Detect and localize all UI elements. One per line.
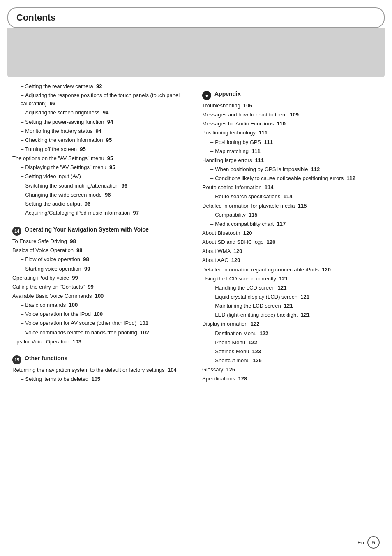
toc-entry: –Basic commands 100: [12, 301, 190, 309]
toc-entry-text: Using the LCD screen correctly: [202, 276, 276, 282]
toc-page-num: 114: [283, 193, 292, 199]
toc-entry: –Displaying the "AV Settings" menu 95: [12, 163, 190, 171]
toc-entry-text: Troubleshooting: [202, 102, 240, 109]
toc-entry-text: Returning the navigation system to the d…: [12, 367, 165, 373]
toc-entry-text: Detailed information for playable media: [202, 203, 295, 209]
toc-entry-text: Voice operation for the iPod: [25, 311, 91, 317]
toc-entry-text: Basics of Voice Operation: [12, 247, 74, 253]
toc-page-num: 121: [301, 312, 310, 318]
toc-entry: Messages for Audio Functions 110: [202, 120, 380, 128]
toc-entry: The options on the "AV Settings" menu 95: [12, 154, 190, 162]
toc-page-num: 104: [168, 367, 177, 373]
toc-page-num: 111: [251, 148, 261, 154]
dash-icon: –: [210, 303, 213, 309]
toc-entry: –Map matching 111: [202, 147, 380, 155]
dash-icon: –: [210, 166, 213, 172]
toc-page-num: 99: [84, 266, 90, 272]
toc-entry-text: Flow of voice operation: [25, 256, 80, 262]
toc-page-num: 121: [278, 285, 287, 291]
toc-entry: About SD and SDHC logo 120: [202, 238, 380, 246]
toc-entry: Handling large errors 111: [202, 156, 380, 164]
toc-page-num: 112: [311, 166, 320, 172]
toc-page-num: 111: [264, 139, 273, 145]
toc-page-num: 100: [69, 302, 78, 308]
toc-entry-text: Displaying the "AV Settings" menu: [25, 164, 106, 170]
toc-page-num: 101: [139, 320, 148, 326]
header-bar: Contents: [7, 7, 385, 28]
dash-icon: –: [210, 212, 213, 218]
toc-entry-text: Basic commands: [25, 302, 66, 308]
main-content: –Setting the rear view camera 92–Adjusti…: [12, 81, 380, 384]
toc-page-num: 94: [107, 119, 113, 125]
toc-entry-text: Voice operation for AV source (other tha…: [25, 320, 136, 326]
toc-entry: –Shortcut menu 125: [202, 357, 380, 365]
toc-page-num: 95: [80, 146, 85, 152]
dash-icon: –: [210, 312, 213, 318]
toc-entry-text: Handling large errors: [202, 157, 252, 163]
toc-entry: –Media compatibility chart 117: [202, 220, 380, 228]
toc-entry: –Starting voice operation 99: [12, 265, 190, 273]
toc-entry: –Voice operation for the iPod 100: [12, 310, 190, 318]
dash-icon: –: [210, 294, 213, 300]
toc-page-num: 126: [226, 366, 235, 373]
toc-entry: Using the LCD screen correctly 121: [202, 275, 380, 283]
toc-entry-text: Setting the rear view camera: [25, 83, 93, 89]
section15-heading: 15 Other functions: [12, 355, 190, 364]
toc-page-num: 96: [121, 183, 127, 189]
toc-entry-text: Maintaining the LCD screen: [215, 303, 281, 309]
toc-entry: –Conditions likely to cause noticeable p…: [202, 174, 380, 183]
gray-banner: [7, 28, 385, 77]
dash-icon: –: [210, 148, 213, 154]
section14-number: 14: [12, 227, 21, 236]
toc-page-num: 121: [300, 294, 309, 300]
dash-icon: –: [21, 210, 23, 216]
dash-icon: –: [21, 128, 23, 134]
toc-entry-text: Operating iPod by voice: [12, 275, 69, 281]
toc-entry-text: Changing the wide screen mode: [25, 192, 101, 198]
toc-entry-text: Phone Menu: [215, 339, 245, 345]
toc-page-num: 106: [243, 102, 252, 109]
toc-page-num: 111: [255, 157, 264, 163]
section14-title: Operating Your Navigation System with Vo…: [25, 226, 149, 233]
toc-page-num: 99: [72, 275, 78, 281]
toc-page-num: 120: [267, 239, 276, 245]
toc-page-num: 114: [265, 184, 274, 190]
toc-entry-text: Adjusting the response positions of the …: [21, 92, 180, 107]
toc-entry: Tips for Voice Operation 103: [12, 338, 190, 346]
toc-entry-text: Calling the entry on "Contacts": [12, 284, 85, 290]
toc-entry-text: Messages for Audio Functions: [202, 120, 274, 127]
toc-entry: Route setting information 114: [202, 183, 380, 192]
toc-entry-text: The options on the "AV Settings" menu: [12, 155, 104, 161]
toc-entry-text: LED (light-emitting diode) backlight: [215, 312, 298, 318]
toc-page-num: 102: [140, 329, 149, 336]
page-title: Contents: [16, 12, 55, 23]
dash-icon: –: [21, 146, 23, 152]
toc-page-num: 120: [233, 248, 242, 254]
toc-entry-text: When positioning by GPS is impossible: [215, 166, 308, 172]
dash-icon: –: [21, 311, 23, 317]
toc-page-num: 110: [277, 120, 286, 127]
toc-page-num: 93: [50, 100, 55, 107]
toc-page-num: 98: [83, 256, 89, 262]
toc-entry: –Phone Menu 122: [202, 338, 380, 347]
section15-entries: Returning the navigation system to the d…: [12, 366, 190, 383]
toc-page-num: 103: [72, 338, 81, 345]
appendix-title: Appendix: [214, 90, 241, 97]
toc-entry-text: Route search specifications: [215, 193, 280, 199]
toc-entry: –Setting the rear view camera 92: [12, 82, 190, 90]
toc-page-num: 122: [260, 330, 269, 336]
toc-entry-text: Compatibility: [215, 212, 245, 218]
toc-entry-text: Setting video input (AV): [25, 173, 81, 179]
toc-entry: –Setting video input (AV): [12, 172, 190, 181]
toc-entry-text: About SD and SDHC logo: [202, 239, 264, 245]
toc-page-num: 96: [105, 192, 111, 198]
toc-entry: About Bluetooth 120: [202, 229, 380, 237]
section15-number: 15: [12, 355, 21, 364]
toc-entry: –Voice operation for AV source (other th…: [12, 319, 190, 327]
toc-entry: Returning the navigation system to the d…: [12, 366, 190, 374]
dash-icon: –: [21, 119, 23, 125]
toc-entry-text: Available Basic Voice Commands: [12, 293, 92, 299]
toc-entry-text: Setting items to be deleted: [25, 376, 88, 382]
toc-page-num: 120: [243, 230, 252, 236]
toc-page-num: 95: [107, 155, 113, 161]
